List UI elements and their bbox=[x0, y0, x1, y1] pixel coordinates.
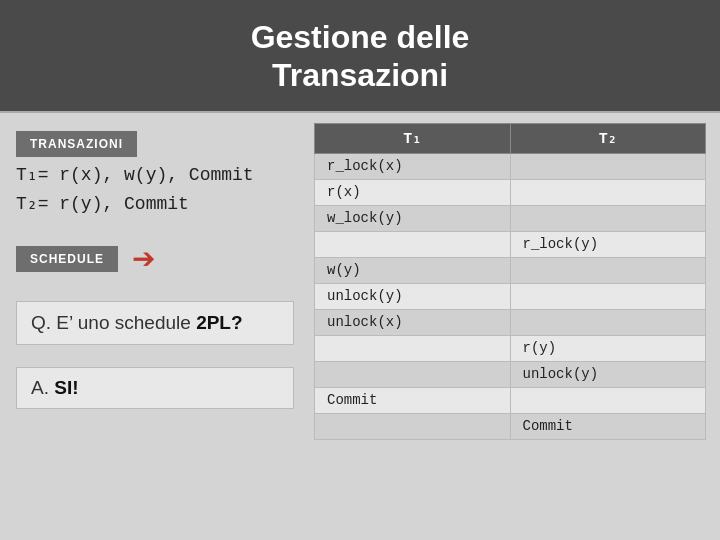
t2-definition: T₂= r(y), Commit bbox=[16, 190, 294, 219]
t2-cell bbox=[510, 309, 706, 335]
table-row: r_lock(x) bbox=[315, 153, 706, 179]
table-row: unlock(y) bbox=[315, 361, 706, 387]
t1-cell: Commit bbox=[315, 387, 511, 413]
header: Gestione delle Transazioni bbox=[0, 0, 720, 111]
t1-cell: unlock(y) bbox=[315, 283, 511, 309]
table-row: w(y) bbox=[315, 257, 706, 283]
answer-bold: SI! bbox=[54, 377, 78, 398]
t1-cell: r_lock(x) bbox=[315, 153, 511, 179]
table-row: Commit bbox=[315, 387, 706, 413]
t1-cell bbox=[315, 413, 511, 439]
table-row: w_lock(y) bbox=[315, 205, 706, 231]
t2-cell bbox=[510, 283, 706, 309]
schedule-row: SCHEDULE ➔ bbox=[16, 242, 294, 275]
question-text: Q. E’ uno schedule bbox=[31, 312, 196, 333]
arrow-icon: ➔ bbox=[132, 242, 155, 275]
left-panel: TRANSAZIONI T₁= r(x), w(y), Commit T₂= r… bbox=[0, 113, 310, 540]
transazioni-label: TRANSAZIONI bbox=[16, 131, 137, 157]
table-row: r_lock(y) bbox=[315, 231, 706, 257]
t1-cell bbox=[315, 231, 511, 257]
header-line2: Transazioni bbox=[10, 56, 710, 94]
t2-cell bbox=[510, 179, 706, 205]
t1-cell bbox=[315, 335, 511, 361]
question-box: Q. E’ uno schedule 2PL? bbox=[16, 301, 294, 345]
table-row: r(y) bbox=[315, 335, 706, 361]
table-row: unlock(y) bbox=[315, 283, 706, 309]
t2-cell bbox=[510, 257, 706, 283]
t1-cell: unlock(x) bbox=[315, 309, 511, 335]
t1-definition: T₁= r(x), w(y), Commit bbox=[16, 161, 294, 190]
t2-cell: unlock(y) bbox=[510, 361, 706, 387]
t2-cell: r_lock(y) bbox=[510, 231, 706, 257]
page: Gestione delle Transazioni TRANSAZIONI T… bbox=[0, 0, 720, 540]
main-content: TRANSAZIONI T₁= r(x), w(y), Commit T₂= r… bbox=[0, 111, 720, 540]
t2-cell: Commit bbox=[510, 413, 706, 439]
table-row: unlock(x) bbox=[315, 309, 706, 335]
header-line1: Gestione delle bbox=[10, 18, 710, 56]
col-t1-header: T₁ bbox=[315, 123, 511, 153]
t2-cell bbox=[510, 387, 706, 413]
t1-cell: w_lock(y) bbox=[315, 205, 511, 231]
table-row: r(x) bbox=[315, 179, 706, 205]
t1-cell bbox=[315, 361, 511, 387]
t1-cell: w(y) bbox=[315, 257, 511, 283]
schedule-label: SCHEDULE bbox=[16, 246, 118, 272]
col-t2-header: T₂ bbox=[510, 123, 706, 153]
schedule-table: T₁ T₂ r_lock(x)r(x)w_lock(y)r_lock(y)w(y… bbox=[314, 123, 706, 440]
t2-cell bbox=[510, 153, 706, 179]
transactions-list: T₁= r(x), w(y), Commit T₂= r(y), Commit bbox=[16, 161, 294, 219]
answer-text: A. bbox=[31, 377, 54, 398]
t1-cell: r(x) bbox=[315, 179, 511, 205]
question-bold: 2PL? bbox=[196, 312, 242, 333]
t2-cell: r(y) bbox=[510, 335, 706, 361]
t2-cell bbox=[510, 205, 706, 231]
answer-box: A. SI! bbox=[16, 367, 294, 409]
table-row: Commit bbox=[315, 413, 706, 439]
right-panel: T₁ T₂ r_lock(x)r(x)w_lock(y)r_lock(y)w(y… bbox=[310, 113, 720, 540]
